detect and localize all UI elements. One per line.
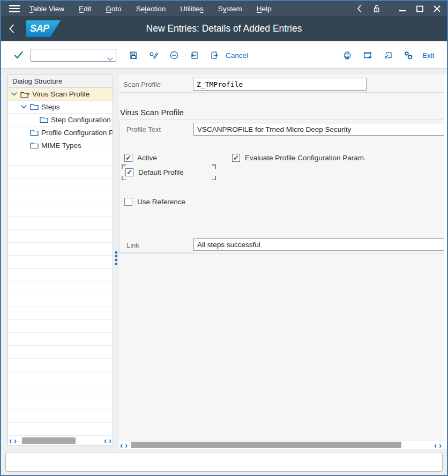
- unlock-icon[interactable]: [372, 4, 382, 13]
- hamburger-menu-icon[interactable]: [9, 5, 20, 12]
- exit-button[interactable]: Exit: [422, 51, 435, 59]
- profile-text-label: Profile Text: [126, 125, 161, 133]
- menu-utilities[interactable]: Utilities: [180, 5, 204, 13]
- use-reference-checkbox[interactable]: [124, 198, 132, 206]
- menu-goto[interactable]: Goto: [106, 5, 121, 13]
- minimize-icon[interactable]: [399, 5, 406, 12]
- folder-icon: [30, 103, 39, 110]
- divider: [120, 138, 444, 138]
- scroll-left-icon[interactable]: ‹: [433, 441, 438, 449]
- main-scrollbar-thumb[interactable]: [131, 442, 401, 448]
- folder-icon: [30, 142, 39, 149]
- scroll-left-icon[interactable]: ‹: [103, 436, 108, 444]
- dialog-structure-header: Dialog Structure: [8, 75, 113, 88]
- default-profile-checkbox[interactable]: [125, 168, 133, 176]
- print-icon[interactable]: [342, 50, 353, 61]
- default-profile-label: Default Profile: [138, 168, 184, 176]
- status-bar: [5, 452, 443, 472]
- link-label: Link: [126, 241, 139, 249]
- cancel-button[interactable]: Cancel: [226, 51, 248, 59]
- delete-minus-icon[interactable]: [169, 50, 180, 61]
- menu-help[interactable]: Help: [257, 5, 272, 13]
- virus-scan-profile-group: Profile Text VSCANPROFILE for Trned Micr…: [119, 120, 444, 254]
- menu-items: Table View Edit Goto Selection Utilities…: [29, 5, 271, 13]
- tree-item-virus-scan-profile[interactable]: Virus Scan Profile: [8, 88, 113, 101]
- scan-profile-input[interactable]: Z_TMProfile: [193, 78, 367, 91]
- evaluate-param-checkbox[interactable]: [232, 154, 240, 162]
- new-session-icon[interactable]: [362, 50, 373, 61]
- content-area: Dialog Structure Virus Scan Profile Step…: [1, 69, 447, 450]
- chevron-down-icon[interactable]: [107, 54, 113, 63]
- tree-item-mime-types[interactable]: MIME Types: [8, 139, 113, 152]
- scroll-right-icon[interactable]: ›: [13, 436, 18, 444]
- maximize-icon[interactable]: [416, 5, 423, 12]
- enter-check-icon[interactable]: [13, 50, 24, 61]
- chevron-down-icon: [21, 105, 27, 109]
- scroll-left-icon[interactable]: ‹: [119, 441, 124, 449]
- chevron-left-icon[interactable]: [357, 5, 362, 12]
- section-title: Virus Scan Profile: [120, 108, 184, 117]
- back-page-icon[interactable]: [189, 50, 200, 61]
- tree-item-step-configuration[interactable]: Step Configuration P: [8, 114, 113, 127]
- tree-item-steps[interactable]: Steps: [8, 101, 113, 114]
- open-dialog-folder-icon: [20, 91, 29, 98]
- settings-gears-icon[interactable]: [403, 50, 414, 61]
- main-horizontal-scrollbar: ‹ › ‹ ›: [119, 441, 444, 449]
- close-icon[interactable]: [434, 5, 440, 12]
- scan-profile-label: Scan Profile: [123, 80, 161, 88]
- link-input[interactable]: All steps successful: [193, 238, 444, 251]
- save-icon[interactable]: [128, 50, 139, 61]
- application-toolbar: Cancel Exit: [1, 41, 447, 69]
- scroll-right-icon[interactable]: ›: [108, 436, 113, 444]
- exit-page-icon[interactable]: [209, 50, 220, 61]
- title-bar: New Entries: Details of Added Entries SA…: [1, 16, 447, 41]
- tree-item-profile-configuration[interactable]: Profile Configuration Pa: [8, 127, 113, 139]
- chevron-down-icon: [11, 92, 17, 96]
- tree-horizontal-scrollbar: ‹ › ‹ ›: [8, 436, 113, 445]
- scroll-right-icon[interactable]: ›: [438, 441, 443, 449]
- menu-system[interactable]: System: [218, 5, 242, 13]
- menu-selection[interactable]: Selection: [136, 5, 166, 13]
- tree-scrollbar-thumb[interactable]: [22, 437, 76, 444]
- folder-icon: [30, 129, 39, 136]
- dialog-structure-panel: Dialog Structure Virus Scan Profile Step…: [8, 75, 113, 445]
- create-shortcut-icon[interactable]: [383, 50, 393, 61]
- vertical-scrollbar-track: [444, 75, 447, 449]
- display-change-icon[interactable]: [148, 50, 159, 61]
- menu-edit[interactable]: Edit: [79, 5, 91, 13]
- panel-splitter-handle[interactable]: [115, 251, 119, 266]
- divider: [119, 92, 444, 93]
- details-form: Scan Profile Z_TMProfile Virus Scan Prof…: [119, 75, 444, 440]
- use-reference-label: Use Reference: [137, 198, 185, 206]
- active-label: Active: [137, 154, 157, 162]
- menu-table-view[interactable]: Table View: [29, 5, 64, 13]
- active-checkbox[interactable]: [124, 154, 132, 162]
- scroll-left-icon[interactable]: ‹: [8, 436, 13, 444]
- sap-window: Table View Edit Goto Selection Utilities…: [0, 0, 448, 476]
- menu-bar: Table View Edit Goto Selection Utilities…: [1, 1, 447, 16]
- evaluate-param-label: Evaluate Profile Configuration Param.: [245, 154, 366, 162]
- scroll-right-icon[interactable]: ›: [124, 441, 129, 449]
- folder-icon: [40, 116, 48, 123]
- divider: [120, 252, 193, 253]
- profile-text-input[interactable]: VSCANPROFILE for Trned Micro Deep Securi…: [193, 123, 444, 136]
- tree-empty-rows: [8, 153, 113, 436]
- command-field[interactable]: [31, 49, 116, 62]
- page-title: New Entries: Details of Added Entries: [1, 23, 447, 34]
